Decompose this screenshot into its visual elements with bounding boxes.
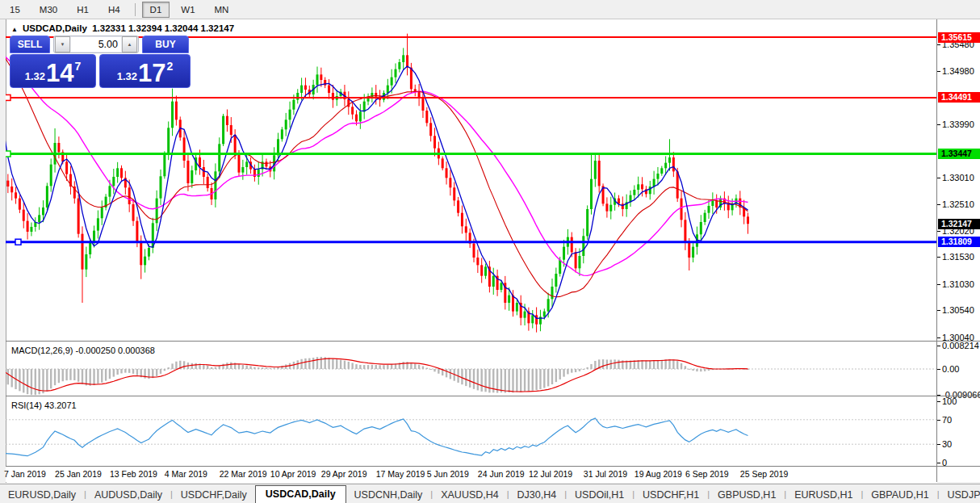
macd-histogram-bar: [97, 369, 98, 384]
candle-body: [605, 203, 608, 211]
candle-body: [664, 163, 667, 169]
candle-body: [15, 192, 17, 198]
candle-body: [543, 312, 546, 317]
macd-histogram-bar: [93, 369, 94, 385]
sell-button[interactable]: SELL: [10, 36, 50, 53]
timeframe-button-m30[interactable]: M30: [31, 2, 65, 18]
macd-histogram-bar: [473, 369, 475, 389]
candle-body: [214, 171, 216, 199]
tab-usdjp[interactable]: USDJP: [940, 487, 980, 503]
price-tick-label: 1.34980: [942, 66, 974, 76]
timeframe-button-15[interactable]: 15: [2, 2, 28, 18]
price-axis: 1.354801.349801.339901.330101.325101.320…: [936, 19, 980, 482]
candle-body: [245, 161, 248, 167]
macd-histogram-bar: [551, 369, 553, 384]
tab-xauusd[interactable]: XAUUSD,H4: [433, 487, 507, 503]
chart-symbol-label: USDCAD,Daily: [23, 23, 87, 33]
timeframe-button-h1[interactable]: H1: [69, 2, 97, 18]
date-tick-label: 25 Sep 2019: [740, 469, 789, 479]
candle-body: [136, 221, 138, 243]
macd-histogram-bar: [505, 369, 506, 393]
tab-eurusd[interactable]: EURUSD,H1: [786, 487, 861, 503]
pane-separator[interactable]: [6, 341, 980, 342]
buy-price[interactable]: 1.32 17 2: [99, 54, 191, 88]
sell-price-pip-digit: 7: [75, 60, 82, 73]
candle-body: [148, 248, 150, 257]
tab-eurusd[interactable]: EURUSD,Daily: [0, 487, 84, 503]
volume-increase-icon[interactable]: ▲: [122, 36, 137, 52]
candle-body: [747, 216, 749, 224]
macd-histogram-bar: [512, 369, 513, 392]
macd-histogram-bar: [128, 369, 130, 373]
price-level-badge: 1.31809: [938, 237, 980, 247]
candle-body: [140, 243, 142, 265]
tab-dj30[interactable]: DJ30,H4: [509, 487, 565, 503]
candle-body: [391, 78, 393, 86]
candle-body: [191, 170, 193, 183]
macd-histogram-bar: [253, 367, 255, 369]
macd-histogram-bar: [586, 367, 588, 369]
sell-price-prefix: 1.32: [25, 70, 45, 82]
macd-histogram-bar: [532, 369, 534, 391]
candle-body: [85, 254, 87, 270]
date-tick-label: 7 Jan 2019: [4, 469, 46, 479]
macd-histogram-bar: [653, 361, 655, 369]
macd-histogram-bar: [215, 367, 216, 369]
macd-histogram-bar: [641, 360, 643, 369]
rsi-tick-label: 30: [942, 439, 952, 449]
timeframe-button-h4[interactable]: H4: [100, 2, 128, 18]
candle-body: [398, 62, 400, 69]
volume-decrease-icon[interactable]: ▼: [55, 36, 70, 52]
candle-body: [480, 265, 483, 275]
macd-histogram-bar: [86, 369, 87, 385]
timeframe-button-mn[interactable]: MN: [207, 2, 237, 18]
timeframe-button-d1[interactable]: D1: [142, 2, 170, 18]
date-tick-label: 13 Feb 2019: [110, 469, 157, 479]
candle-body: [421, 99, 424, 111]
macd-histogram-bar: [336, 359, 337, 369]
line-handle[interactable]: [6, 94, 10, 100]
tab-usdcad[interactable]: USDCAD,Daily: [255, 485, 346, 503]
line-handle[interactable]: [6, 151, 10, 157]
candle-body: [649, 187, 651, 194]
pane-separator[interactable]: [6, 396, 980, 396]
candle-body: [387, 86, 389, 93]
macd-histogram-bar: [418, 365, 420, 369]
tab-usdoil[interactable]: USDOil,H1: [567, 487, 632, 503]
macd-histogram-bar: [175, 362, 177, 369]
tab-usdchf[interactable]: USDCHF,H1: [634, 487, 707, 503]
candle-body: [116, 168, 119, 177]
timeframe-button-w1[interactable]: W1: [173, 2, 203, 18]
volume-input[interactable]: [71, 37, 121, 52]
tab-usdchf[interactable]: USDCHF,Daily: [173, 487, 255, 503]
timeframe-toolbar: 15M30H1H4D1W1MN: [0, 0, 980, 19]
candle-body: [688, 242, 690, 258]
line-handle[interactable]: [15, 239, 21, 245]
tab-gbpusd[interactable]: GBPUSD,H1: [710, 487, 784, 503]
macd-histogram-bar: [332, 358, 333, 369]
macd-histogram-bar: [58, 369, 60, 383]
price-tick-label: 1.33990: [942, 119, 974, 129]
macd-histogram-bar: [82, 369, 83, 384]
candle-body: [183, 137, 186, 161]
candle-body: [598, 161, 601, 186]
buy-button[interactable]: BUY: [142, 36, 189, 53]
sell-price[interactable]: 1.32 14 7: [10, 54, 96, 88]
price-tick-label: 1.33010: [942, 173, 974, 182]
candle-body: [226, 116, 228, 125]
macd-histogram-bar: [516, 369, 517, 392]
macd-histogram-bar: [50, 369, 52, 388]
macd-histogram-bar: [469, 369, 471, 388]
candle-body: [676, 171, 679, 198]
macd-histogram-bar: [528, 369, 530, 392]
tab-usdcnh[interactable]: USDCNH,Daily: [346, 487, 431, 503]
date-tick-label: 6 Sep 2019: [685, 469, 729, 479]
macd-histogram-bar: [414, 363, 416, 369]
sell-price-big-digits: 14: [46, 61, 73, 86]
macd-histogram-bar: [429, 369, 431, 370]
candle-body: [241, 167, 244, 173]
macd-histogram-bar: [246, 366, 248, 369]
collapse-panel-icon[interactable]: ▲: [11, 26, 18, 33]
tab-gbpaud[interactable]: GBPAUD,H1: [863, 487, 936, 503]
tab-audusd[interactable]: AUDUSD,Daily: [86, 487, 170, 503]
